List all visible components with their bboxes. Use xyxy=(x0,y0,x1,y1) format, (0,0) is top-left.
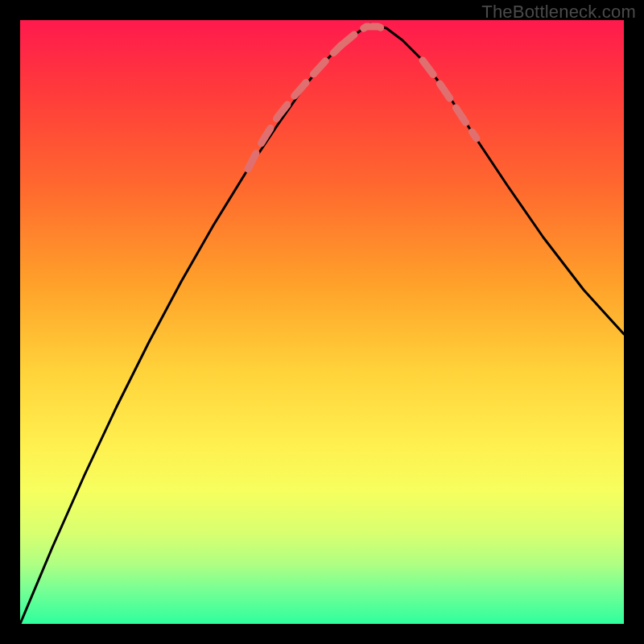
series-group xyxy=(20,24,624,624)
watermark-text: TheBottleneck.com xyxy=(481,2,636,23)
series-bottleneck-curve-left xyxy=(20,24,370,624)
chart-frame: TheBottleneck.com xyxy=(0,0,644,644)
plot-area xyxy=(20,20,624,624)
series-highlight-dash-bottom xyxy=(341,27,390,46)
curve-svg xyxy=(20,20,624,624)
series-bottleneck-curve-right xyxy=(370,24,624,334)
